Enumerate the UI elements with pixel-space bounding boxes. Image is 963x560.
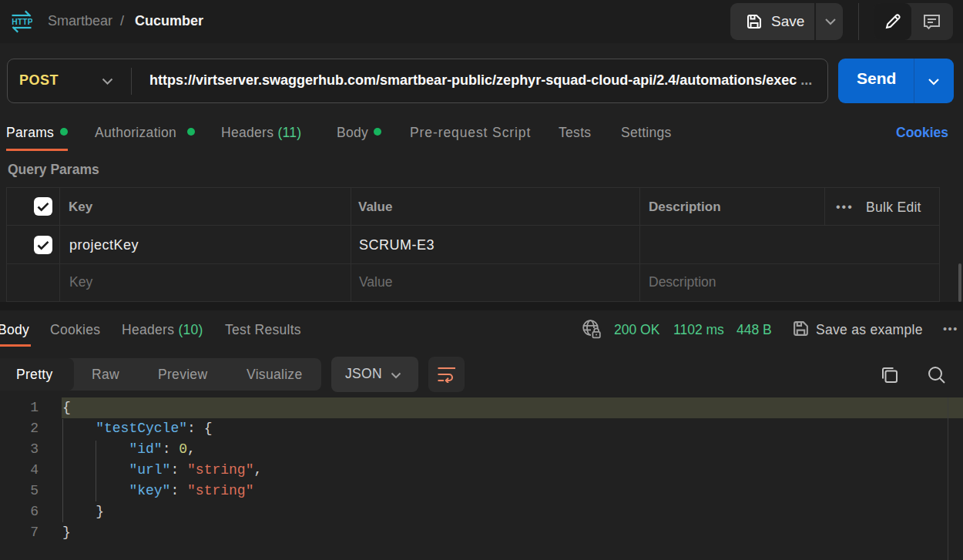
- svg-text:HTTP: HTTP: [12, 18, 32, 26]
